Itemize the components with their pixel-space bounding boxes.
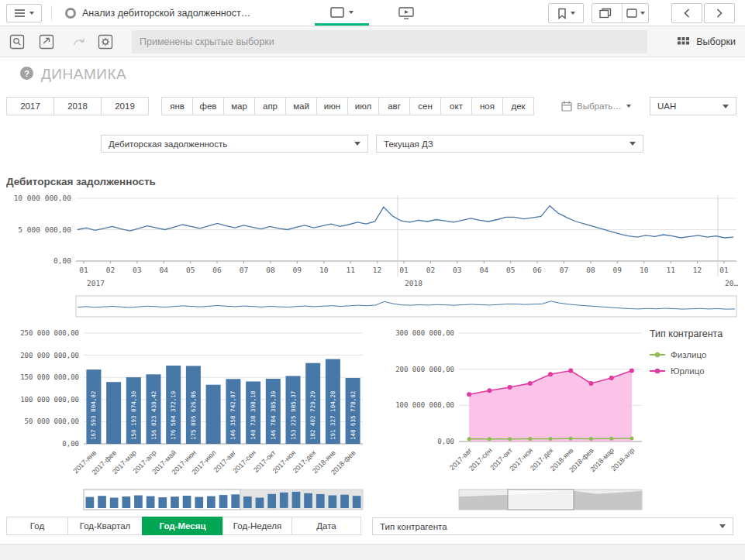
chevron-down-icon	[640, 12, 645, 15]
sheet-navigation-button[interactable]	[315, 2, 369, 23]
measure-value: Дебиторская задолженность	[109, 139, 227, 149]
month-filter-apr[interactable]: апр	[254, 97, 286, 115]
svg-text:03: 03	[133, 266, 141, 274]
svg-text:03: 03	[453, 266, 461, 274]
month-filter-feb[interactable]: фев	[192, 97, 224, 115]
svg-text:01: 01	[79, 266, 88, 274]
svg-text:200 000 000,00: 200 000 000,00	[20, 352, 79, 359]
tab-god-nedelya[interactable]: Год-Неделя	[222, 517, 292, 535]
grid-icon	[678, 37, 689, 47]
chevron-down-icon	[571, 12, 575, 15]
currency-select[interactable]: UAH	[650, 97, 736, 115]
selection-settings-button[interactable]	[93, 30, 118, 53]
series-marker-icon	[650, 352, 665, 358]
svg-text:0,00: 0,00	[62, 440, 79, 448]
receivables-line-chart[interactable]: 10 000 000,005 000 000,000,0001020304050…	[6, 191, 740, 321]
presentation-icon	[398, 7, 414, 19]
svg-text:150 000 000,00: 150 000 000,00	[20, 373, 79, 381]
active-sheet-underline	[315, 23, 369, 26]
smart-search-button[interactable]	[5, 30, 29, 53]
svg-text:200 000 000,00: 200 000 000,00	[395, 366, 454, 373]
bookmarks-button[interactable]	[548, 3, 584, 23]
counterparty-select[interactable]: Тип контрагента	[372, 517, 733, 535]
app-title[interactable]: Анализ дебиторской задолженност…	[82, 0, 250, 26]
qlik-logo-icon	[65, 8, 76, 19]
month-filter-nov[interactable]: ноя	[471, 97, 503, 115]
help-button[interactable]: ?	[20, 67, 33, 80]
svg-text:10 000 000,00: 10 000 000,00	[14, 194, 72, 202]
chevron-down-icon	[719, 524, 726, 528]
svg-text:12: 12	[693, 266, 702, 274]
measure-select[interactable]: Дебиторская задолженность	[101, 135, 368, 153]
selections-tool-button[interactable]: Выборки	[678, 30, 736, 53]
counterparty-area-chart[interactable]: 300 000 000,00200 000 000,00100 000 000,…	[381, 324, 650, 514]
chevron-down-icon	[349, 11, 354, 14]
svg-text:176 584 372,19: 176 584 372,19	[170, 391, 177, 440]
date-picker[interactable]: Выбрать…	[557, 97, 636, 115]
legend-label: Юрлицо	[671, 366, 705, 376]
date-picker-label: Выбрать…	[577, 101, 622, 111]
previous-sheet-button[interactable]	[671, 3, 702, 23]
svg-text:11: 11	[666, 266, 675, 274]
svg-text:0,00: 0,00	[53, 256, 71, 265]
year-filter-2018[interactable]: 2018	[53, 97, 102, 115]
tab-data[interactable]: Дата	[291, 517, 361, 535]
month-filter-jan[interactable]: янв	[161, 97, 193, 115]
legend-label: Физлицо	[671, 350, 706, 359]
svg-text:250 000 000,00: 250 000 000,00	[20, 329, 79, 337]
chevron-down-icon	[29, 12, 34, 15]
legend-item-fizlico[interactable]: Физлицо	[650, 350, 741, 359]
series-marker-icon	[650, 368, 665, 374]
month-filter-oct[interactable]: окт	[440, 97, 472, 115]
month-filter-mar[interactable]: мар	[223, 97, 255, 115]
svg-text:182 402 729,29: 182 402 729,29	[309, 391, 316, 440]
svg-text:05: 05	[186, 266, 195, 274]
month-filter-aug[interactable]: авг	[378, 97, 410, 115]
redo-arrow-icon	[71, 34, 87, 50]
line-chart-title: Дебиторская задолженность	[6, 176, 156, 187]
year-filter-2019[interactable]: 2019	[101, 97, 149, 115]
svg-text:08: 08	[266, 266, 275, 274]
month-filter-jun[interactable]: июн	[316, 97, 348, 115]
svg-text:5 000 000,00: 5 000 000,00	[18, 225, 71, 234]
legend-item-jurlico[interactable]: Юрлицо	[650, 366, 741, 376]
monthly-receivables-bar-chart[interactable]: 250 000 000,00200 000 000,00150 000 000,…	[6, 324, 367, 514]
month-filter-sep[interactable]: сен	[409, 97, 441, 115]
svg-text:06: 06	[533, 266, 542, 274]
search-in-box-icon	[9, 34, 25, 50]
dz-type-value: Текущая ДЗ	[384, 139, 433, 149]
sheet-tools-group	[592, 3, 649, 23]
svg-text:01: 01	[719, 266, 729, 274]
svg-text:20…: 20…	[725, 279, 738, 287]
svg-text:02: 02	[426, 266, 435, 274]
svg-text:10: 10	[319, 266, 329, 274]
hidden-selections-message: Применены скрытые выборки	[132, 30, 647, 53]
svg-text:11: 11	[346, 266, 355, 274]
month-filter-jul[interactable]: июл	[347, 97, 379, 115]
step-back-button[interactable]	[34, 30, 59, 53]
svg-text:02: 02	[106, 266, 115, 274]
dz-type-select[interactable]: Текущая ДЗ	[376, 135, 643, 153]
svg-text:156 823 439,42: 156 823 439,42	[150, 391, 157, 440]
sheet-list-button[interactable]	[622, 4, 648, 22]
next-sheet-button[interactable]	[704, 3, 735, 23]
qlik-dashboard: Анализ дебиторской задолженност…	[0, 0, 745, 560]
page-title: ДИНАМИКА	[41, 66, 126, 83]
svg-text:07: 07	[240, 266, 248, 274]
month-filter: янв фев мар апр май июн июл авг сен окт …	[161, 97, 534, 115]
tab-god[interactable]: Год	[6, 517, 68, 535]
svg-text:0,00: 0,00	[437, 438, 454, 445]
month-filter-dec[interactable]: дек	[502, 97, 534, 115]
global-menu-button[interactable]	[6, 4, 42, 22]
svg-text:148 635 778,02: 148 635 778,02	[350, 391, 357, 440]
chevron-down-icon	[626, 105, 631, 108]
tab-god-kvartal[interactable]: Год-Квартал	[67, 517, 143, 535]
storytelling-button[interactable]	[394, 3, 419, 23]
month-filter-may[interactable]: май	[285, 97, 317, 115]
year-filter-2017[interactable]: 2017	[6, 97, 54, 115]
selections-toolbar: Применены скрытые выборки Выборки	[0, 26, 745, 57]
bottom-strip	[0, 544, 745, 560]
svg-text:05: 05	[506, 266, 515, 274]
duplicate-sheet-button[interactable]	[592, 4, 618, 22]
tab-god-mesyac-active[interactable]: Год-Месяц	[142, 517, 223, 535]
